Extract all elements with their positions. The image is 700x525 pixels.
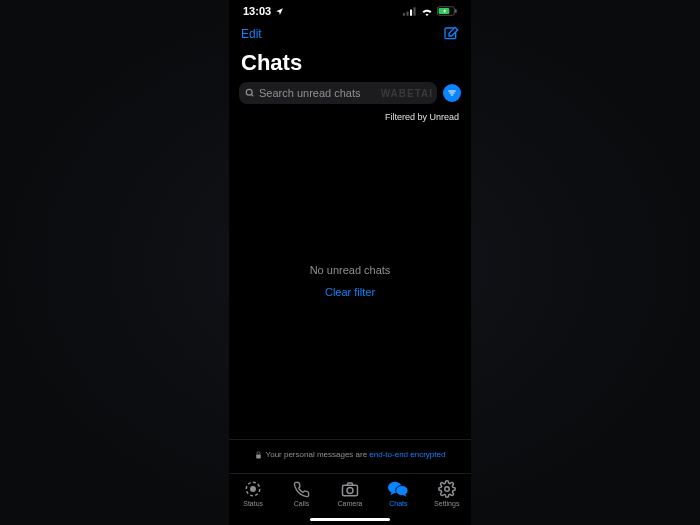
phone-icon	[293, 480, 310, 498]
battery-icon	[437, 6, 457, 16]
filter-button[interactable]	[443, 84, 461, 102]
filter-status-label: Filtered by Unread	[229, 108, 471, 122]
nav-bar: Edit	[229, 22, 471, 46]
svg-rect-2	[410, 9, 412, 15]
compose-button[interactable]	[443, 26, 459, 42]
tab-settings[interactable]: Settings	[425, 480, 469, 507]
search-input[interactable]: Search unread chats WABETAI	[239, 82, 437, 104]
svg-point-17	[347, 488, 353, 494]
location-arrow-icon	[275, 7, 284, 16]
tab-status[interactable]: Status	[231, 480, 275, 507]
encryption-notice: Your personal messages are end-to-end en…	[229, 439, 471, 473]
tab-chats[interactable]: Chats	[376, 480, 420, 507]
tab-label: Status	[243, 500, 263, 507]
tab-calls[interactable]: Calls	[280, 480, 324, 507]
svg-point-19	[396, 486, 408, 496]
wifi-icon	[421, 7, 433, 16]
watermark-text: WABETAI	[381, 82, 433, 104]
svg-rect-0	[403, 12, 405, 15]
page-title: Chats	[229, 46, 471, 82]
svg-rect-1	[407, 11, 409, 15]
svg-rect-6	[455, 9, 457, 13]
status-bar: 13:03	[229, 0, 471, 22]
tab-label: Settings	[434, 500, 459, 507]
search-icon	[245, 88, 255, 98]
home-indicator[interactable]	[310, 518, 390, 521]
svg-rect-13	[256, 454, 261, 458]
encryption-prefix: Your personal messages are	[266, 450, 368, 459]
tab-label: Camera	[338, 500, 363, 507]
camera-icon	[341, 480, 359, 498]
clear-filter-button[interactable]: Clear filter	[325, 286, 375, 298]
lock-icon	[255, 451, 262, 459]
tab-label: Calls	[294, 500, 310, 507]
tab-camera[interactable]: Camera	[328, 480, 372, 507]
svg-point-8	[246, 89, 252, 95]
phone-screen: 13:03 Edit Ch	[229, 0, 471, 525]
tab-label: Chats	[389, 500, 407, 507]
status-ring-icon	[244, 480, 262, 498]
svg-point-15	[251, 487, 256, 492]
gear-icon	[438, 480, 456, 498]
svg-point-20	[445, 487, 450, 492]
encryption-link[interactable]: end-to-end encrypted	[369, 450, 445, 459]
empty-state: No unread chats Clear filter	[229, 122, 471, 439]
statusbar-time: 13:03	[243, 5, 271, 17]
svg-rect-3	[414, 7, 416, 15]
empty-message: No unread chats	[310, 264, 391, 276]
svg-line-9	[251, 94, 253, 96]
edit-button[interactable]: Edit	[241, 27, 262, 41]
chats-bubble-icon	[388, 480, 408, 498]
search-placeholder: Search unread chats	[259, 87, 361, 99]
cellular-signal-icon	[403, 7, 417, 16]
